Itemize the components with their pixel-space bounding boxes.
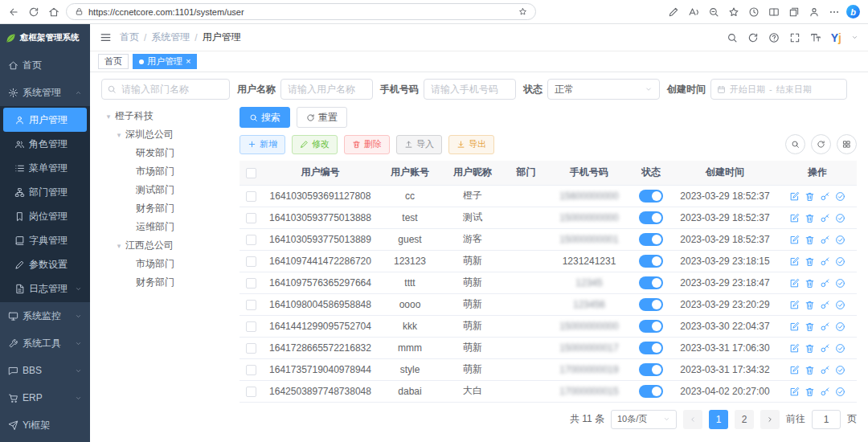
sidebar-item-menu[interactable]: 菜单管理 [0, 156, 90, 180]
edit-icon[interactable] [789, 278, 800, 289]
tree-node[interactable]: 财务部门 [101, 273, 230, 292]
reset-password-icon[interactable] [820, 300, 830, 310]
assign-role-icon[interactable] [835, 321, 845, 332]
row-checkbox[interactable] [246, 256, 256, 267]
sidebar-item-dept[interactable]: 部门管理 [0, 180, 90, 204]
username-input[interactable] [280, 79, 373, 100]
user-button[interactable] [809, 6, 820, 18]
reset-button[interactable]: 重置 [297, 107, 347, 128]
edit-icon[interactable] [789, 256, 800, 267]
bing-icon[interactable]: b [846, 5, 860, 18]
grid-toggle-button[interactable] [837, 134, 857, 154]
more-button[interactable] [829, 6, 840, 18]
sidebar-item-monitor[interactable]: 系统监控 [0, 302, 90, 329]
sidebar-item-erp[interactable]: ERP [0, 384, 90, 411]
status-toggle[interactable] [639, 255, 663, 268]
tree-node[interactable]: 财务部门 [101, 199, 230, 218]
reset-password-icon[interactable] [820, 387, 830, 397]
edit-icon[interactable] [789, 300, 800, 310]
user-avatar[interactable]: Yj [831, 31, 841, 44]
sidebar-item-role[interactable]: 角色管理 [0, 132, 90, 156]
delete-icon[interactable] [805, 191, 815, 202]
sidebar-item-param[interactable]: 参数设置 [0, 252, 90, 276]
edit-icon[interactable] [789, 321, 800, 332]
favorite-star-icon[interactable] [518, 7, 527, 16]
row-checkbox[interactable] [246, 278, 256, 289]
tree-node[interactable]: 测试部门 [101, 181, 230, 199]
edit-icon[interactable] [789, 387, 800, 397]
app-logo[interactable]: 愈框架管理系统 [0, 24, 90, 51]
goto-page-input[interactable] [812, 410, 841, 429]
assign-role-icon[interactable] [835, 365, 845, 375]
zoomout-button[interactable] [708, 6, 719, 18]
delete-icon[interactable] [805, 387, 815, 397]
tree-node[interactable]: ▾江西总公司 [101, 236, 230, 255]
assign-role-icon[interactable] [835, 213, 845, 223]
star-button[interactable] [728, 6, 739, 18]
delete-icon[interactable] [805, 343, 815, 354]
row-checkbox[interactable] [246, 343, 256, 354]
chevron-down-icon[interactable] [851, 34, 858, 41]
assign-role-icon[interactable] [835, 387, 845, 397]
sidebar-item-post[interactable]: 岗位管理 [0, 204, 90, 228]
reset-password-icon[interactable] [820, 235, 830, 245]
page-1-button[interactable]: 1 [709, 410, 728, 429]
split-button[interactable] [768, 6, 780, 18]
sidebar-item-log[interactable]: 日志管理 [0, 276, 90, 301]
status-toggle[interactable] [639, 320, 663, 333]
search-button[interactable]: 搜索 [240, 107, 290, 128]
refresh-toggle-button[interactable] [811, 134, 831, 154]
delete-icon[interactable] [805, 256, 815, 267]
address-bar[interactable]: https://ccnetcore.com:1101/system/user [66, 3, 536, 20]
status-toggle[interactable] [639, 233, 663, 246]
reset-password-icon[interactable] [820, 278, 830, 289]
page-size-select[interactable]: 10条/页 [611, 410, 677, 429]
collections-button[interactable] [788, 6, 800, 18]
refresh-button[interactable] [28, 6, 39, 18]
phone-input[interactable] [424, 79, 516, 100]
reset-password-icon[interactable] [820, 365, 830, 375]
breadcrumb-item[interactable]: 系统管理 [151, 31, 190, 44]
import-button[interactable]: 导入 [396, 135, 442, 154]
back-button[interactable] [8, 6, 19, 18]
row-checkbox[interactable] [246, 387, 256, 397]
sidebar-item-home[interactable]: 首页 [0, 51, 90, 79]
edit-icon[interactable] [789, 343, 800, 354]
tree-node[interactable]: ▾橙子科技 [101, 107, 230, 125]
question-button[interactable] [768, 32, 780, 43]
row-checkbox[interactable] [246, 321, 256, 332]
add-button[interactable]: 新增 [240, 135, 285, 154]
next-page-button[interactable] [760, 410, 780, 429]
tab-user[interactable]: 用户管理× [133, 54, 197, 69]
lock-icon[interactable] [75, 7, 84, 16]
tree-node[interactable]: 运维部门 [101, 218, 230, 236]
reset-password-icon[interactable] [820, 191, 830, 202]
page-2-button[interactable]: 2 [735, 410, 754, 429]
status-toggle[interactable] [639, 276, 663, 289]
status-toggle[interactable] [639, 190, 663, 203]
status-toggle[interactable] [639, 342, 663, 354]
close-icon[interactable]: × [186, 57, 190, 66]
readaloud-button[interactable] [688, 6, 699, 18]
history-button[interactable] [748, 6, 760, 18]
sidebar-item-dict[interactable]: 字典管理 [0, 228, 90, 252]
status-toggle[interactable] [639, 298, 663, 311]
edit-icon[interactable] [789, 235, 800, 245]
select-all-checkbox[interactable] [246, 168, 256, 178]
assign-role-icon[interactable] [835, 235, 845, 245]
status-toggle[interactable] [639, 363, 663, 376]
status-toggle[interactable] [639, 385, 663, 398]
status-select[interactable]: 正常 [547, 79, 660, 100]
assign-role-icon[interactable] [835, 256, 845, 267]
tree-node[interactable]: 市场部门 [101, 255, 230, 273]
assign-role-icon[interactable] [835, 300, 845, 310]
edit-icon[interactable] [789, 213, 800, 223]
home-button[interactable] [48, 6, 59, 18]
row-checkbox[interactable] [246, 300, 256, 310]
sidebar-item-yiframe[interactable]: Yi框架 [0, 411, 90, 439]
breadcrumb-item[interactable]: 首页 [120, 31, 139, 44]
refresh-button[interactable] [747, 32, 759, 43]
sidebar-item-bbs[interactable]: BBS [0, 357, 90, 384]
breadcrumb-item[interactable]: 用户管理 [203, 31, 241, 44]
fontsize-button[interactable] [810, 32, 821, 43]
